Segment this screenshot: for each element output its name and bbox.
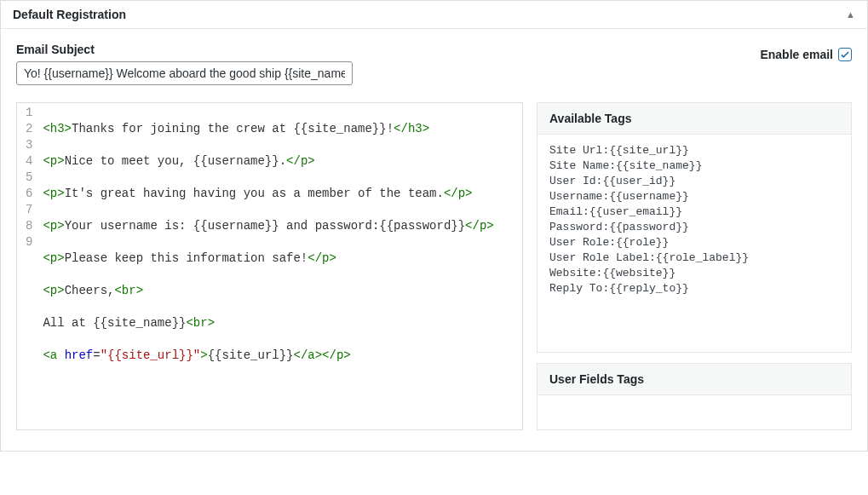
code-area[interactable]: <h3>Thanks for joining the crew at {{sit…: [37, 103, 498, 429]
tag-item[interactable]: Site Name:{{site_name}}: [549, 158, 839, 174]
tag-item[interactable]: Email:{{user_email}}: [549, 204, 839, 220]
tag-item[interactable]: Username:{{username}}: [549, 189, 839, 204]
code-line: <p>Cheers,<br>: [43, 283, 493, 299]
tags-sidebar: Available Tags Site Url:{{site_url}} Sit…: [537, 102, 852, 430]
user-fields-heading: User Fields Tags: [537, 364, 851, 395]
code-line: <h3>Thanks for joining the crew at {{sit…: [43, 121, 493, 137]
code-line: <p>Please keep this information safe!</p…: [43, 250, 493, 267]
available-tags-section: Available Tags Site Url:{{site_url}} Sit…: [537, 102, 852, 353]
enable-email-label: Enable email: [760, 48, 833, 61]
tag-item[interactable]: Password:{{password}}: [549, 220, 839, 235]
tag-item[interactable]: User Role:{{role}}: [549, 235, 839, 250]
user-fields-section: User Fields Tags: [537, 363, 852, 430]
enable-email-checkbox[interactable]: [838, 48, 852, 61]
user-fields-body: [537, 395, 851, 429]
html-editor[interactable]: 1 2 3 4 5 6 7 8 9 <h3>Thanks for joining…: [16, 102, 523, 430]
line-gutter: 1 2 3 4 5 6 7 8 9: [17, 103, 37, 429]
code-line: <p>It's great having having you as a mem…: [43, 186, 493, 202]
available-tags-body: Site Url:{{site_url}} Site Name:{{site_n…: [537, 135, 851, 352]
main-row: 1 2 3 4 5 6 7 8 9 <h3>Thanks for joining…: [16, 102, 852, 430]
available-tags-heading: Available Tags: [537, 103, 851, 135]
tag-item[interactable]: User Id:{{user_id}}: [549, 174, 839, 189]
settings-panel: Default Registration ▲ Email Subject Ena…: [0, 0, 868, 452]
code-line: <a href="{{site_url}}">{{site_url}}</a><…: [43, 348, 493, 364]
panel-body: Email Subject Enable email 1 2 3 4 5 6: [1, 29, 867, 451]
code-line: <p>Your username is: {{username}} and pa…: [43, 218, 493, 234]
code-line: All at {{site_name}}<br>: [43, 315, 493, 331]
email-subject-input[interactable]: [16, 61, 353, 85]
tag-item[interactable]: Website:{{website}}: [549, 266, 839, 281]
tag-item[interactable]: Site Url:{{site_url}}: [549, 143, 839, 158]
panel-title: Default Registration: [13, 8, 126, 21]
enable-email-group: Enable email: [760, 48, 852, 61]
email-subject-group: Email Subject: [16, 43, 353, 85]
code-line: <p>Nice to meet you, {{username}}.</p>: [43, 153, 493, 170]
panel-header[interactable]: Default Registration ▲: [1, 1, 867, 29]
email-subject-label: Email Subject: [16, 43, 353, 56]
tag-item[interactable]: User Role Label:{{role_label}}: [549, 250, 839, 266]
top-row: Email Subject Enable email: [16, 43, 852, 85]
collapse-icon[interactable]: ▲: [846, 9, 855, 20]
check-icon: [840, 49, 850, 60]
tag-item[interactable]: Reply To:{{reply_to}}: [549, 281, 839, 296]
